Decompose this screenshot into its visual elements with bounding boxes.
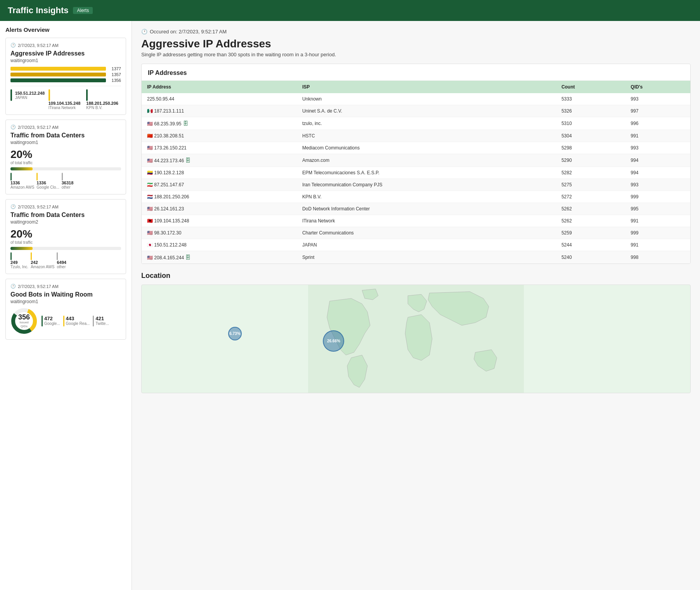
table-row[interactable]: 🇯🇵 150.51.212.248 JAPAN5244991 xyxy=(142,239,690,251)
bot-stat-val: 472 xyxy=(44,316,60,321)
pct-sub: of total traffic xyxy=(10,240,121,245)
ip-name: ITirana Network xyxy=(49,106,81,110)
ip-cell: 🇳🇱 188.201.250.206 xyxy=(142,191,297,203)
flag-icon: 🇨🇴 xyxy=(147,170,153,175)
mini-color-bar xyxy=(10,252,12,260)
location-title: Location xyxy=(141,272,691,280)
alert-name: Good Bots in Waiting Room xyxy=(10,291,121,298)
flag-icon: 🇲🇽 xyxy=(147,108,153,114)
alert-card-good-bots[interactable]: 🕐 2/7/2023, 9:52:17 AM Good Bots in Wait… xyxy=(5,279,126,340)
clock-icon: 🕐 xyxy=(10,204,16,209)
mini-stat-name: Amazon AWS xyxy=(31,265,54,269)
mini-stat: 36318 other xyxy=(62,173,74,189)
table-row[interactable]: 🇲🇽 187.213.1.111 Uninet S.A. de C.V.5326… xyxy=(142,105,690,117)
bot-stat-name: Google Rea... xyxy=(66,321,90,326)
alert-time: 🕐 2/7/2023, 9:52:17 AM xyxy=(10,125,121,130)
table-row[interactable]: 🇨🇴 190.128.2.128 EPM Telecomunicaciones … xyxy=(142,167,690,179)
alert-room: waitingroom1 xyxy=(10,58,121,63)
mini-color-bar xyxy=(10,173,12,180)
count-cell: 5272 xyxy=(556,191,625,203)
clock-icon: 🕐 xyxy=(10,284,16,289)
qid-cell: 991 xyxy=(625,130,690,142)
clock-icon: 🕐 xyxy=(10,125,16,130)
count-cell: 5262 xyxy=(556,215,625,227)
table-row[interactable]: 🇺🇸 173.26.150.221 Mediacom Communication… xyxy=(142,142,690,154)
qid-cell: 994 xyxy=(625,167,690,179)
db-icon: 🗄 xyxy=(185,157,191,163)
table-header: QID's xyxy=(625,81,690,93)
isp-cell: ITirana Network xyxy=(297,215,556,227)
mini-stat-val: 1336 xyxy=(10,180,34,185)
clock-icon: 🕐 xyxy=(10,43,16,48)
ip-addr: 109.104.135.248 xyxy=(49,101,81,106)
alert-card-traffic-dc-1[interactable]: 🕐 2/7/2023, 9:52:17 AM Traffic from Data… xyxy=(5,120,126,194)
sidebar: Alerts Overview 🕐 2/7/2023, 9:52:17 AM A… xyxy=(0,21,132,590)
bot-color-bar xyxy=(93,316,94,326)
table-row[interactable]: 🇺🇸 26.124.161.23 DoD Network Information… xyxy=(142,203,690,215)
header-badge: Alerts xyxy=(73,7,93,14)
mini-stats-row: 249 Tzulo, Inc. 242 Amazon AWS 6494 othe… xyxy=(10,252,121,269)
count-cell: 5262 xyxy=(556,203,625,215)
table-row[interactable]: 🇳🇱 188.201.250.206 KPN B.V.5272999 xyxy=(142,191,690,203)
flag-icon: 🇳🇱 xyxy=(147,194,153,200)
donut-section: 356 Issued QIDs 472 Google... 443 Google… xyxy=(10,307,121,335)
isp-cell: Sprint xyxy=(297,251,556,264)
ip-cell: 225.50.95.44 xyxy=(142,93,297,105)
qid-cell: 991 xyxy=(625,215,690,227)
table-row[interactable]: 🇮🇷 87.251.147.67 Iran Telecommunication … xyxy=(142,179,690,191)
table-row[interactable]: 🇦🇱 109.104.135.248 ITirana Network526299… xyxy=(142,215,690,227)
alert-card-traffic-dc-2[interactable]: 🕐 2/7/2023, 9:52:17 AM Traffic from Data… xyxy=(5,199,126,274)
app-title: Traffic Insights xyxy=(8,5,68,16)
ip-cell: 🇨🇴 190.128.2.128 xyxy=(142,167,297,179)
isp-cell: Amazon.com xyxy=(297,154,556,167)
table-row[interactable]: 🇺🇸 208.4.165.244 🗄 Sprint5240998 xyxy=(142,251,690,264)
table-row[interactable]: 🇺🇸 98.30.172.30 Charter Communications52… xyxy=(142,227,690,239)
donut-center: 356 Issued QIDs xyxy=(17,314,31,328)
mini-stat-val: 242 xyxy=(31,260,54,265)
mini-color-bar xyxy=(36,173,38,180)
bar-label: 1357 xyxy=(107,72,121,77)
alert-name: Aggressive IP Addresses xyxy=(10,50,121,57)
bot-color-bar xyxy=(63,316,64,326)
sidebar-title: Alerts Overview xyxy=(5,26,126,33)
bubble-label: 26.66% xyxy=(327,339,340,343)
table-row[interactable]: 225.50.95.44 Unknown5333993 xyxy=(142,93,690,105)
qid-cell: 996 xyxy=(625,117,690,130)
bar-label: 1377 xyxy=(107,66,121,71)
ip-stats-row: 150.51.212.248 JAPAN 109.104.135.248 ITi… xyxy=(10,86,121,110)
bot-stat-name: Google... xyxy=(44,321,60,326)
table-row[interactable]: 🇺🇸 68.235.39.95 🗄 tzulo, inc.5310996 xyxy=(142,117,690,130)
bot-stats: 472 Google... 443 Google Rea... 421 Twit… xyxy=(42,316,109,326)
mini-stat-val: 36318 xyxy=(62,180,74,185)
mini-color-bar xyxy=(31,252,32,260)
alert-name: Traffic from Data Centers xyxy=(10,212,121,219)
qid-cell: 993 xyxy=(625,93,690,105)
bot-stat-name: Twitte... xyxy=(95,321,109,326)
flag-icon: 🇺🇸 xyxy=(147,145,153,151)
isp-cell: HSTC xyxy=(297,130,556,142)
mini-stat-name: other xyxy=(57,265,66,269)
qid-cell: 999 xyxy=(625,191,690,203)
alert-time: 🕐 2/7/2023, 9:52:17 AM xyxy=(10,284,121,289)
count-cell: 5275 xyxy=(556,179,625,191)
ip-cell: 🇺🇸 208.4.165.244 🗄 xyxy=(142,251,297,264)
progress-bar-bg xyxy=(10,167,121,170)
ip-addr: 188.201.250.206 xyxy=(86,101,118,106)
mini-stat-val: 249 xyxy=(10,260,28,265)
ip-table-title: IP Addresses xyxy=(142,64,690,81)
qid-cell: 994 xyxy=(625,154,690,167)
table-row[interactable]: 🇺🇸 44.223.173.46 🗄 Amazon.com5290994 xyxy=(142,154,690,167)
qid-cell: 997 xyxy=(625,105,690,117)
percentage-display: 20% xyxy=(10,148,121,161)
qid-cell: 993 xyxy=(625,142,690,154)
bar-label: 1356 xyxy=(107,78,121,83)
qid-cell: 998 xyxy=(625,251,690,264)
alert-time: 🕐 2/7/2023, 9:52:17 AM xyxy=(10,43,121,48)
alert-card-aggressive-ip[interactable]: 🕐 2/7/2023, 9:52:17 AM Aggressive IP Add… xyxy=(5,38,126,115)
bot-stat-item: 472 Google... xyxy=(42,316,60,326)
bot-stat-val: 443 xyxy=(66,316,90,321)
table-row[interactable]: 🇨🇳 210.38.208.51 HSTC5304991 xyxy=(142,130,690,142)
flag-icon: 🇺🇸 xyxy=(147,230,153,236)
bar xyxy=(10,73,106,76)
pct-sub: of total traffic xyxy=(10,161,121,165)
